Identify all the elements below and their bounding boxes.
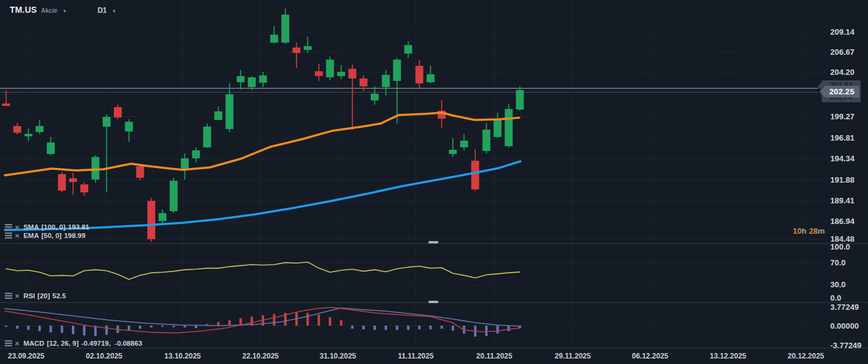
indicator-name: RSI [23,292,35,299]
price-tag-current: 202.25 [824,86,859,97]
trading-chart-app: TM.US Akcie ▼ D1 ▼ ✕ SMA [100, 0] 193.81… [0,0,868,364]
date-axis-drag-zone[interactable] [0,349,868,364]
indicator-row-macd: ✕ MACD [12, 26, 9] -0.49719, -0.08863 [5,340,142,347]
indicator-params: [100, 0] [41,223,66,231]
indicator-remove-icon[interactable]: ✕ [15,233,19,239]
symbol-name: TM.US [10,5,37,15]
instrument-type-label: Akcie [41,7,58,14]
timeframe-dropdown-caret-icon[interactable]: ▼ [112,9,117,14]
indicator-value: 193.81 [68,223,89,231]
indicator-remove-icon[interactable]: ✕ [15,293,19,299]
indicator-params: [50, 0] [41,232,61,239]
indicator-name: EMA [23,232,39,239]
countdown-minutes-unit: m [817,226,825,236]
indicator-name: MACD [23,340,44,347]
countdown-minutes: 28 [809,226,817,236]
indicator-remove-icon[interactable]: ✕ [15,340,19,347]
indicator-value: 52.5 [52,292,66,299]
current-price-value: 202.25 [829,87,854,96]
indicator-params: [20] [38,292,50,299]
indicator-row-ema: ✕ EMA [50, 0] 198.99 [5,232,85,239]
indicator-params: [12, 26, 9] [47,340,79,347]
timeframe-selector[interactable]: D1 [97,6,107,15]
indicator-row-rsi: ✕ RSI [20] 52.5 [5,292,66,299]
indicator-name: SMA [23,223,39,231]
countdown-hours-unit: h [802,226,807,236]
indicator-row-sma: ✕ SMA [100, 0] 193.81 [5,223,89,231]
indicator-value: -0.49719, -0.08863 [81,340,142,347]
countdown-hours: 10 [793,226,802,236]
symbol-dropdown-caret-icon[interactable]: ▼ [62,9,67,14]
indicator-settings-icon[interactable] [5,340,12,346]
indicator-value: 198.99 [64,232,85,239]
indicator-settings-icon[interactable] [5,233,12,239]
indicator-remove-icon[interactable]: ✕ [15,224,19,231]
indicator-settings-icon[interactable] [5,224,12,230]
instrument-header: TM.US Akcie ▼ D1 ▼ [10,5,116,15]
indicator-settings-icon[interactable] [5,293,12,299]
price-axis-drag-zone[interactable] [827,0,868,348]
session-countdown: 10h28m [761,226,825,236]
